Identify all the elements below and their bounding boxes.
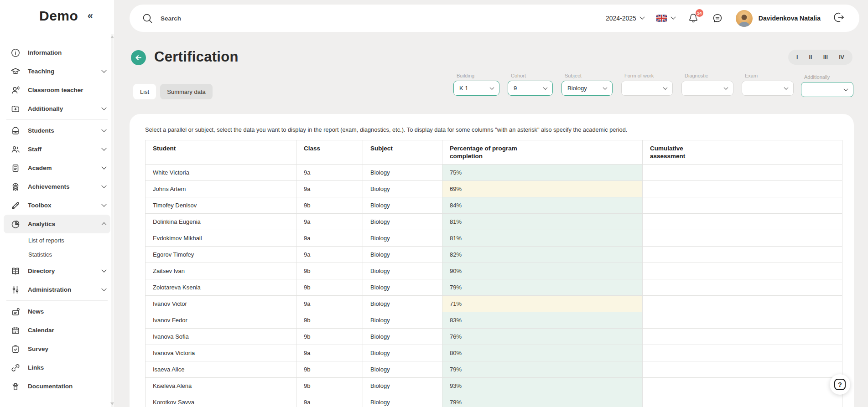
cell-subject: Biology <box>363 345 442 361</box>
cell-cumulative <box>643 197 842 214</box>
user-menu[interactable]: Davidenkova Natalia <box>736 10 821 27</box>
cell-class: 9b <box>296 197 363 214</box>
building-select[interactable]: K 1 <box>453 81 499 96</box>
table-row[interactable]: Ivanova Sofia 9b Biology 76% <box>146 329 842 345</box>
tab-summary-data[interactable]: Summary data <box>160 84 213 99</box>
info-text: Select a parallel or subject, select the… <box>145 126 838 133</box>
content-card: Select a parallel or subject, select the… <box>130 114 854 407</box>
cell-student: Timofey Denisov <box>146 197 296 214</box>
sidebar-item-news[interactable]: News <box>4 302 110 321</box>
tab-quarter-1[interactable]: I <box>794 52 800 62</box>
cell-subject: Biology <box>363 165 442 181</box>
chevron-down-icon <box>724 85 728 90</box>
sidebar-item-calendar[interactable]: Calendar <box>4 321 110 340</box>
academic-year-select[interactable]: 2024-2025 <box>606 15 644 22</box>
table-row[interactable]: Evdokimov Mikhail 9a Biology 81% <box>146 230 842 247</box>
sidebar-nav: Information Teaching Classroom teacher A… <box>0 34 114 396</box>
sidebar-item-achievements[interactable]: Achievements <box>4 177 110 196</box>
sidebar-subitem-statistics[interactable]: Statistics <box>0 247 114 262</box>
diagnostic-select[interactable] <box>681 81 733 96</box>
table-row[interactable]: Timofey Denisov 9b Biology 84% <box>146 197 842 214</box>
topbar: Search 2024-2025 14 D <box>130 5 859 32</box>
messages-button[interactable] <box>712 12 723 24</box>
table-row[interactable]: Ivanova Victoria 9a Biology 80% <box>146 345 842 361</box>
calendar-icon <box>10 325 21 335</box>
sidebar-item-toolbox[interactable]: Toolbox <box>4 196 110 215</box>
logo-row: Demo « <box>0 0 114 34</box>
cell-subject: Biology <box>363 329 442 345</box>
notifications-button[interactable]: 14 <box>687 12 699 24</box>
exam-select[interactable] <box>742 81 794 96</box>
table-row[interactable]: Zolotareva Ksenia 9b Biology 79% <box>146 279 842 296</box>
table-row[interactable]: Kiseleva Alena 9b Biology 93% <box>146 378 842 394</box>
sidebar-item-links[interactable]: Links <box>4 358 110 377</box>
sidebar-collapse-icon[interactable]: « <box>88 10 93 22</box>
sidebar-item-directory[interactable]: Directory <box>4 262 110 280</box>
column-header-student: Student <box>146 140 296 165</box>
back-button[interactable] <box>131 50 146 65</box>
sidebar-item-students[interactable]: Students <box>4 121 110 140</box>
pie-chart-icon <box>10 219 21 229</box>
graduation-cap-icon <box>10 67 21 77</box>
table-row[interactable]: Johns Artem 9a Biology 69% <box>146 181 842 197</box>
cell-subject: Biology <box>363 378 442 394</box>
subject-select[interactable]: Biology <box>561 81 613 96</box>
cell-student: Johns Artem <box>146 181 296 197</box>
filter-diagnostic: Diagnostic <box>681 73 733 96</box>
uk-flag-icon <box>656 15 667 22</box>
cell-class: 9b <box>296 378 363 394</box>
table-row[interactable]: Zaitsev Ivan 9b Biology 90% <box>146 263 842 279</box>
filter-label: Additionally <box>804 74 853 80</box>
scrollbar-down-arrow-icon[interactable] <box>110 402 114 405</box>
language-select[interactable] <box>656 15 675 22</box>
sidebar-item-label: Documentation <box>28 383 73 390</box>
tab-quarter-3[interactable]: III <box>821 52 831 62</box>
sidebar-item-administration[interactable]: Administration <box>4 280 110 299</box>
sidebar-item-documentation[interactable]: Documentation <box>4 377 110 396</box>
tab-list[interactable]: List <box>133 84 156 99</box>
cell-percent: 79% <box>442 279 643 296</box>
chevron-down-icon <box>101 267 106 272</box>
sidebar-item-label: Achievements <box>28 183 70 190</box>
table-row[interactable]: Egorov Timofey 9a Biology 82% <box>146 247 842 263</box>
cell-percent: 76% <box>442 329 643 345</box>
sidebar-item-information[interactable]: Information <box>4 43 110 62</box>
sidebar-item-additionally[interactable]: Additionally <box>4 99 110 118</box>
help-button[interactable]: ? <box>830 374 850 395</box>
chevron-down-icon <box>844 87 848 91</box>
sidebar-subitem-list-of-reports[interactable]: List of reports <box>0 233 114 247</box>
scrollbar-up-arrow-icon[interactable] <box>110 36 114 38</box>
cell-student: Egorov Timofey <box>146 247 296 263</box>
table-row[interactable]: Isaeva Alice 9b Biology 79% <box>146 361 842 378</box>
additionally-select[interactable] <box>801 82 853 97</box>
sidebar-item-classroom-teacher[interactable]: Classroom teacher <box>4 81 110 99</box>
cell-student: Isaeva Alice <box>146 361 296 378</box>
table-row[interactable]: Dolinkina Eugenia 9a Biology 81% <box>146 214 842 230</box>
sidebar-item-label: Survey <box>28 345 48 352</box>
cohort-select[interactable]: 9 <box>508 81 553 96</box>
sidebar-scrollbar[interactable] <box>111 34 114 407</box>
search-input[interactable]: Search <box>141 12 181 25</box>
table-row[interactable]: Korotkov Savva 9a Biology 79% <box>146 394 842 407</box>
table-row[interactable]: White Victoria 9a Biology 75% <box>146 165 842 181</box>
cell-student: Zaitsev Ivan <box>146 263 296 279</box>
sidebar-item-staff[interactable]: Staff <box>4 140 110 159</box>
table-row[interactable]: Ivanov Victor 9a Biology 71% <box>146 296 842 312</box>
tab-quarter-2[interactable]: II <box>806 52 815 62</box>
sidebar-item-academ[interactable]: Academ <box>4 159 110 177</box>
cell-class: 9b <box>296 361 363 378</box>
cell-student: Evdokimov Mikhail <box>146 230 296 247</box>
tab-quarter-4[interactable]: IV <box>836 52 847 62</box>
arrow-left-icon <box>135 54 142 62</box>
sidebar-item-analytics[interactable]: Analytics <box>4 215 110 233</box>
cell-class: 9b <box>296 329 363 345</box>
sidebar-item-label: Students <box>28 127 54 134</box>
filter-exam: Exam <box>742 73 794 96</box>
sidebar-item-teaching[interactable]: Teaching <box>4 62 110 81</box>
sidebar-item-survey[interactable]: Survey <box>4 340 110 358</box>
question-mark-icon: ? <box>834 379 846 390</box>
form-of-work-select[interactable] <box>621 81 673 96</box>
cell-percent: 75% <box>442 165 643 181</box>
logout-button[interactable] <box>833 11 846 26</box>
table-row[interactable]: Ivanov Fedor 9b Biology 83% <box>146 312 842 329</box>
